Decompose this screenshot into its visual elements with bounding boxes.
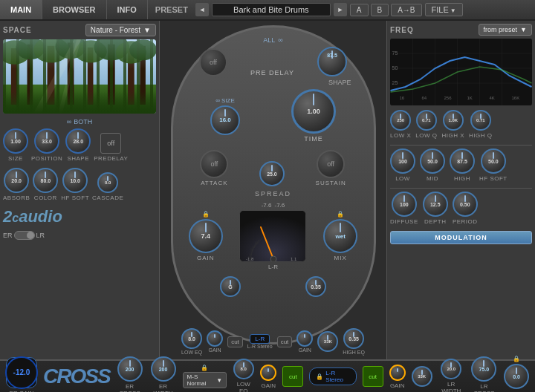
svg-point-16	[116, 41, 146, 63]
position-label: POSITION	[31, 155, 62, 162]
tab-main[interactable]: MAIN	[0, 0, 42, 19]
preset-prev-arrow[interactable]: ◄	[195, 3, 209, 16]
hf-soft-label: HF SOFT	[61, 195, 89, 201]
absorb-knob[interactable]: 20.0	[4, 168, 29, 193]
svg-rect-9	[140, 46, 146, 105]
svg-text:64: 64	[422, 96, 427, 100]
gain-knob[interactable]: 7.4	[189, 219, 223, 253]
freq-33k-knob[interactable]: 33K	[317, 331, 338, 352]
high-eq-knob[interactable]: 0.35	[343, 328, 364, 349]
svg-rect-2	[11, 48, 18, 105]
svg-point-31	[270, 256, 276, 262]
cut-button-br[interactable]: cut	[363, 366, 383, 387]
attack-toggle[interactable]: off	[200, 150, 228, 178]
low-knob[interactable]: 100	[390, 148, 415, 174]
tab-browser[interactable]: BROWSER	[42, 0, 106, 19]
modulation-button[interactable]: MODULATION	[390, 231, 532, 244]
low-eq-bottom-knob[interactable]: 8.0	[233, 359, 254, 379]
mix-knob[interactable]: wet	[323, 219, 357, 253]
svg-rect-7	[108, 45, 115, 105]
high-x-knob[interactable]: 1.0K	[443, 110, 464, 131]
lr-gain-knob[interactable]: 0.0	[504, 364, 529, 389]
freq-33k-bottom-knob[interactable]: 33K	[412, 366, 432, 387]
cascade-knob[interactable]: 0.0	[97, 172, 118, 193]
mid-label: MID	[427, 175, 438, 182]
absorb-label: ABSORB	[3, 195, 30, 201]
gain-knob-bottom-left[interactable]	[207, 330, 223, 347]
gain-orange-knob-right[interactable]	[389, 365, 406, 381]
size-knob-center: ∞SIZE 16.0	[210, 97, 240, 135]
time-knob[interactable]: 1.00	[291, 89, 336, 134]
low-cell: 100 LOW	[390, 148, 415, 182]
predelay-label: PREDELAY	[94, 155, 128, 162]
cut-button-bl[interactable]: cut	[282, 366, 303, 387]
right-panel: FREQ from preset ▼ 75 50 25	[386, 21, 535, 361]
preset-section: PRESET ◄ Bark and Bite Drums ►	[151, 3, 347, 16]
color-knob[interactable]: 80.0	[33, 168, 58, 193]
er-gain-knob[interactable]: -12.0	[6, 357, 37, 388]
high-knob[interactable]: 87.5	[450, 148, 475, 174]
bottom-left-knob[interactable]: G	[220, 276, 241, 297]
shape-knob[interactable]: 28.0	[65, 128, 91, 154]
mid-knob[interactable]: 50.0	[420, 148, 445, 174]
ab-button-atob[interactable]: A→B	[391, 4, 421, 16]
diffuse-knob[interactable]: 100	[392, 192, 417, 217]
freq-source-dropdown[interactable]: from preset ▼	[479, 24, 532, 36]
ab-button-a[interactable]: A	[350, 4, 369, 16]
svg-rect-6	[88, 48, 94, 105]
size-knob[interactable]: 1.00	[3, 128, 28, 154]
lr-gain-lock: 🔒	[513, 356, 520, 362]
period-knob[interactable]: 0.50	[453, 192, 478, 217]
bottom-center-controls: 8.0 LOW EQ GAIN cut L-R L-R Stereo cut G…	[160, 328, 386, 355]
ms-mode-dropdown[interactable]: M-S Normal ▼	[183, 372, 227, 388]
freq-header: FREQ from preset ▼	[390, 24, 532, 36]
freq-33k-bottom: 33K	[412, 366, 432, 387]
er-cross-knob[interactable]: 200	[117, 356, 143, 382]
lr-width-knob[interactable]: 20.0	[441, 359, 461, 379]
sustain-toggle[interactable]: off	[317, 150, 345, 178]
shape-knob-main[interactable]: 87.5	[317, 47, 347, 76]
both-link[interactable]: ∞BOTH	[3, 118, 156, 125]
ms-section: 🔒 M-S Normal ▼	[183, 365, 227, 388]
er-width-knob[interactable]: 200	[151, 356, 176, 382]
svg-point-14	[74, 40, 106, 62]
low-eq-bottom: 8.0 LOW EQ	[181, 328, 202, 355]
ab-button-b[interactable]: B	[371, 4, 389, 16]
gain-label-left: GAIN	[262, 382, 276, 389]
er-lr-toggle[interactable]: ER LR	[3, 231, 156, 240]
gain-knob-bottom-right[interactable]	[296, 330, 313, 347]
right-knob-row-3: 100 DIFFUSE 12.5 DEPTH 0.50 PERIOD	[390, 192, 532, 225]
high-q-knob[interactable]: 0.71	[470, 110, 491, 131]
low-x-knob[interactable]: 250	[390, 110, 411, 131]
size-knob-big[interactable]: 16.0	[210, 105, 240, 135]
low-q-knob[interactable]: 0.71	[416, 110, 437, 131]
cut-button-left[interactable]: cut	[227, 336, 243, 347]
low-eq-knob[interactable]: 8.0	[181, 328, 202, 349]
cut-button-right[interactable]: cut	[277, 336, 293, 347]
er-width-label: ER WIDTH	[150, 383, 177, 392]
freq-33k-section: 33K	[317, 331, 338, 352]
tab-info[interactable]: INFO	[107, 0, 148, 19]
space-dropdown[interactable]: Nature - Forest ▼	[85, 24, 156, 36]
depth-knob[interactable]: 12.5	[423, 192, 448, 217]
bottom-right-knob[interactable]: 0.35	[305, 276, 326, 297]
preset-next-arrow[interactable]: ►	[334, 3, 347, 16]
position-knob[interactable]: 33.0	[34, 128, 59, 154]
gain-orange-knob-left[interactable]	[260, 365, 276, 381]
hf-soft-knob[interactable]: 10.0	[62, 168, 88, 193]
er-lr-pill[interactable]	[14, 231, 35, 240]
lr-cross-knob[interactable]: 75.0	[471, 356, 496, 382]
er-gain-label: ER GAIN	[10, 390, 34, 393]
hf-soft-right-knob[interactable]: 50.0	[481, 148, 506, 174]
pre-delay-off-toggle[interactable]: off	[199, 48, 227, 76]
predelay-off-button[interactable]: off	[100, 133, 121, 154]
ms-dropdown[interactable]: 🔒	[201, 365, 208, 371]
svg-text:1K: 1K	[467, 96, 473, 100]
knob-row-2: 20.0 ABSORB 80.0 COLOR 10.0 HF SOFT 0.0	[3, 168, 156, 201]
low-eq-bottom-label: LOW EQ	[233, 381, 254, 392]
sustain-knob[interactable]: 25.0	[259, 161, 285, 186]
file-button[interactable]: FILE▼	[425, 3, 463, 16]
svg-rect-4	[48, 46, 55, 105]
preset-name[interactable]: Bark and Bite Drums	[212, 3, 331, 16]
all-both-header: ALL ∞	[173, 27, 374, 44]
